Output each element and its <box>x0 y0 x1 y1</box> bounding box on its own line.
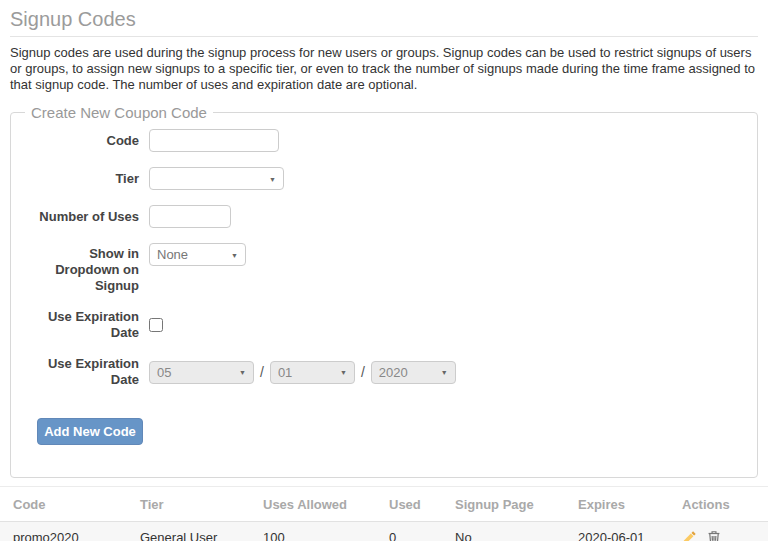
cell-expires: 2020-06-01 <box>565 522 669 541</box>
header-used: Used <box>376 487 442 522</box>
create-coupon-fieldset: Create New Coupon Code Code Tier ▼ Numbe… <box>10 104 758 478</box>
expiration-month-select[interactable]: 05 <box>149 361 254 384</box>
header-tier: Tier <box>127 487 250 522</box>
cell-actions <box>669 522 768 541</box>
show-in-dropdown-label: Show in Dropdown on Signup <box>37 243 149 294</box>
trash-icon[interactable] <box>707 530 722 541</box>
header-uses-allowed: Uses Allowed <box>250 487 376 522</box>
use-expiration-checkbox-label: Use Expiration Date <box>37 309 149 341</box>
date-separator: / <box>260 364 264 380</box>
number-of-uses-label: Number of Uses <box>37 209 149 225</box>
header-expires: Expires <box>565 487 669 522</box>
number-of-uses-row: Number of Uses <box>37 205 757 228</box>
tier-label: Tier <box>37 171 149 187</box>
cell-used: 0 <box>376 522 442 541</box>
expiration-date-row: Use Expiration Date 05 ▼ / 01 ▼ / 2020 ▼ <box>37 356 757 388</box>
cell-uses-allowed: 100 <box>250 522 376 541</box>
code-input[interactable] <box>149 129 279 152</box>
cell-code: promo2020 <box>0 522 127 541</box>
page-title: Signup Codes <box>10 0 758 37</box>
header-actions: Actions <box>669 487 768 522</box>
number-of-uses-input[interactable] <box>149 205 231 228</box>
cell-tier: General User <box>127 522 250 541</box>
tier-select[interactable] <box>149 167 284 190</box>
date-separator: / <box>361 364 365 380</box>
use-expiration-checkbox[interactable] <box>149 318 163 332</box>
fieldset-legend: Create New Coupon Code <box>25 104 213 121</box>
tier-row: Tier ▼ <box>37 167 757 190</box>
pencil-icon[interactable] <box>682 530 697 541</box>
table-header-row: Code Tier Uses Allowed Used Signup Page … <box>0 487 768 522</box>
code-label: Code <box>37 133 149 149</box>
expiration-year-select[interactable]: 2020 <box>371 361 456 384</box>
table-row: promo2020 General User 100 0 No 2020-06-… <box>0 522 768 541</box>
expiration-day-select[interactable]: 01 <box>270 361 355 384</box>
code-row: Code <box>37 129 757 152</box>
header-signup-page: Signup Page <box>442 487 565 522</box>
page-description: Signup codes are used during the signup … <box>10 45 758 93</box>
cell-signup-page: No <box>442 522 565 541</box>
add-new-code-button[interactable]: Add New Code <box>37 418 143 445</box>
use-expiration-checkbox-row: Use Expiration Date <box>37 309 757 341</box>
show-in-dropdown-select[interactable]: None <box>149 243 246 266</box>
expiration-date-label: Use Expiration Date <box>37 356 149 388</box>
show-in-dropdown-row: Show in Dropdown on Signup None ▼ <box>37 243 757 294</box>
header-code: Code <box>0 487 127 522</box>
signup-codes-table: Code Tier Uses Allowed Used Signup Page … <box>0 486 768 541</box>
